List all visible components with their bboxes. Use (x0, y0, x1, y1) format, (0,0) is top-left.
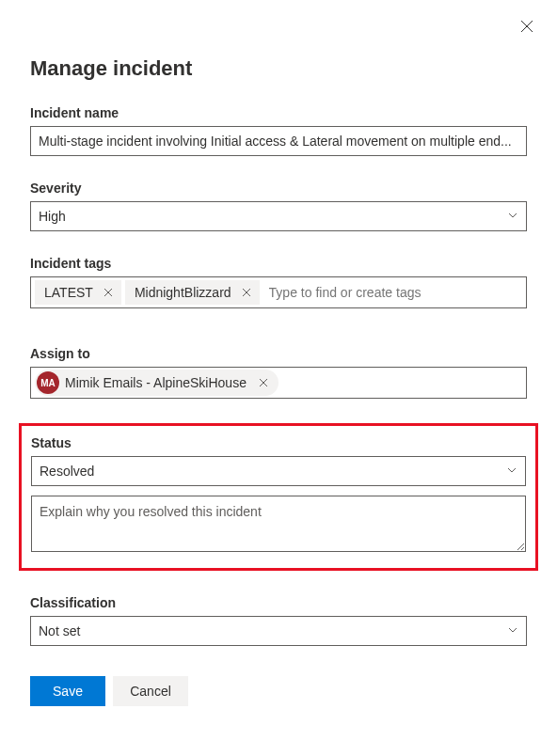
assign-to-label: Assign to (30, 346, 527, 361)
severity-select[interactable]: High (30, 201, 527, 231)
footer-actions: Save Cancel (30, 676, 527, 706)
tag-remove-button[interactable] (239, 285, 254, 300)
manage-incident-panel: Manage incident Incident name Multi-stag… (0, 0, 557, 706)
status-group: Status Resolved (31, 435, 526, 486)
tag-chip: MidnightBlizzard (125, 280, 260, 305)
close-icon (520, 20, 533, 33)
tags-text-input[interactable] (263, 280, 522, 305)
incident-name-value: Multi-stage incident involving Initial a… (39, 134, 518, 149)
avatar: MA (37, 371, 59, 394)
assign-to-input[interactable]: MA Mimik Emails - AlpineSkiHouse (30, 367, 527, 399)
assignee-name: Mimik Emails - AlpineSkiHouse (65, 375, 247, 390)
severity-label: Severity (30, 181, 527, 196)
page-title: Manage incident (30, 56, 527, 81)
classification-select[interactable]: Not set (30, 616, 527, 646)
chevron-down-icon (506, 464, 517, 479)
tags-group: Incident tags LATEST MidnightBlizzard (30, 256, 527, 308)
severity-value: High (39, 209, 66, 224)
save-button[interactable]: Save (30, 676, 105, 706)
status-value: Resolved (40, 464, 94, 479)
status-label: Status (31, 435, 526, 450)
close-icon (103, 288, 113, 297)
close-icon (242, 288, 251, 297)
incident-name-label: Incident name (30, 105, 527, 120)
chevron-down-icon (507, 209, 518, 224)
incident-name-group: Incident name Multi-stage incident invol… (30, 105, 527, 156)
classification-group: Classification Not set (30, 595, 527, 646)
classification-value: Not set (39, 623, 80, 638)
assign-to-group: Assign to MA Mimik Emails - AlpineSkiHou… (30, 346, 527, 399)
status-highlight-region: Status Resolved (19, 423, 538, 571)
resolution-explanation-input[interactable] (31, 496, 526, 552)
severity-group: Severity High (30, 181, 527, 231)
tag-label: LATEST (44, 285, 93, 300)
incident-name-input[interactable]: Multi-stage incident involving Initial a… (30, 126, 527, 156)
cancel-button[interactable]: Cancel (113, 676, 188, 706)
close-button[interactable] (517, 17, 536, 36)
tag-chip: LATEST (35, 280, 121, 305)
tags-label: Incident tags (30, 256, 527, 271)
classification-label: Classification (30, 595, 527, 610)
assignee-remove-button[interactable] (256, 375, 271, 390)
chevron-down-icon (507, 623, 518, 638)
tag-remove-button[interactable] (101, 285, 116, 300)
close-icon (259, 378, 268, 387)
tags-input[interactable]: LATEST MidnightBlizzard (30, 276, 527, 308)
status-select[interactable]: Resolved (31, 456, 526, 486)
assignee-chip: MA Mimik Emails - AlpineSkiHouse (35, 370, 278, 396)
tag-label: MidnightBlizzard (135, 285, 231, 300)
